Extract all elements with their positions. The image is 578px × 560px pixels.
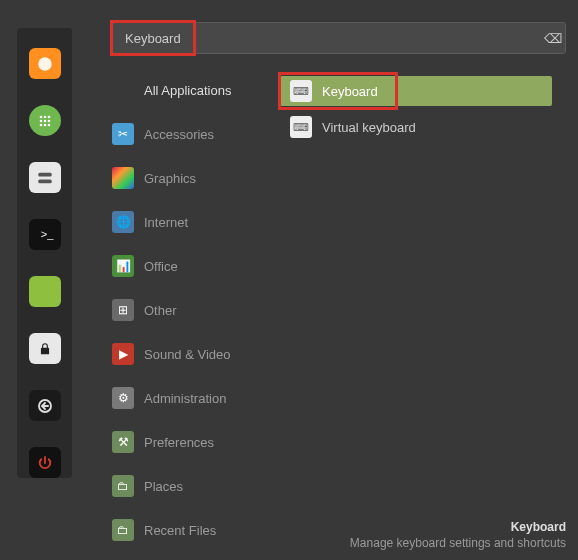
category-accessories[interactable]: ✂ Accessories — [112, 120, 280, 148]
category-label: Other — [144, 303, 177, 318]
category-office[interactable]: 📊 Office — [112, 252, 280, 280]
category-places[interactable]: 🗀 Places — [112, 472, 280, 500]
category-other[interactable]: ⊞ Other — [112, 296, 280, 324]
svg-point-4 — [39, 119, 42, 122]
apps-icon[interactable] — [29, 105, 61, 136]
keyboard-icon: ⌨ — [290, 80, 312, 102]
result-label: Virtual keyboard — [322, 120, 416, 135]
category-label: Accessories — [144, 127, 214, 142]
folder-icon: 🗀 — [112, 519, 134, 541]
clear-search-icon[interactable]: ⌫ — [544, 31, 562, 46]
folder-icon: 🗀 — [112, 475, 134, 497]
category-label: Recent Files — [144, 523, 216, 538]
svg-point-2 — [43, 115, 46, 118]
globe-icon: 🌐 — [112, 211, 134, 233]
svg-point-5 — [43, 119, 46, 122]
menu-main: ⌫ All Applications ✂ Accessories Graphic… — [112, 22, 570, 560]
menu-content: All Applications ✂ Accessories Graphics … — [112, 76, 570, 560]
category-recent-files[interactable]: 🗀 Recent Files — [112, 516, 280, 544]
search-wrap: ⌫ — [112, 22, 570, 54]
category-label: Sound & Video — [144, 347, 231, 362]
category-graphics[interactable]: Graphics — [112, 164, 280, 192]
category-sound-video[interactable]: ▶ Sound & Video — [112, 340, 280, 368]
logout-icon[interactable] — [29, 390, 61, 421]
category-label: Preferences — [144, 435, 214, 450]
result-virtual-keyboard[interactable]: ⌨ Virtual keyboard — [280, 112, 552, 142]
lock-icon[interactable] — [29, 333, 61, 364]
category-label: Graphics — [144, 171, 196, 186]
svg-point-6 — [47, 119, 50, 122]
favorites-sidebar: >_ — [17, 28, 72, 478]
category-label: All Applications — [144, 83, 231, 98]
category-label: Administration — [144, 391, 226, 406]
svg-point-1 — [39, 115, 42, 118]
tooltip-title: Keyboard — [350, 520, 566, 534]
files-icon[interactable] — [29, 162, 61, 193]
scissors-icon: ✂ — [112, 123, 134, 145]
category-all[interactable]: All Applications — [112, 76, 280, 104]
svg-point-9 — [47, 123, 50, 126]
category-label: Office — [144, 259, 178, 274]
result-keyboard[interactable]: ⌨ Keyboard — [280, 76, 552, 106]
grid-icon: ⊞ — [112, 299, 134, 321]
category-administration[interactable]: ⚙ Administration — [112, 384, 280, 412]
tooltip-description: Manage keyboard settings and shortcuts — [350, 536, 566, 550]
search-input[interactable] — [112, 22, 566, 54]
tooltip-footer: Keyboard Manage keyboard settings and sh… — [350, 520, 566, 550]
play-icon: ▶ — [112, 343, 134, 365]
gear-icon: ⚙ — [112, 387, 134, 409]
category-internet[interactable]: 🌐 Internet — [112, 208, 280, 236]
svg-point-3 — [47, 115, 50, 118]
category-preferences[interactable]: ⚒ Preferences — [112, 428, 280, 456]
terminal-icon[interactable]: >_ — [29, 219, 61, 250]
office-icon: 📊 — [112, 255, 134, 277]
graphics-icon — [112, 167, 134, 189]
category-list: All Applications ✂ Accessories Graphics … — [112, 76, 280, 560]
svg-point-0 — [38, 57, 52, 71]
svg-rect-11 — [38, 179, 52, 183]
category-label: Places — [144, 479, 183, 494]
keyboard-icon: ⌨ — [290, 116, 312, 138]
folder-icon[interactable] — [29, 276, 61, 307]
category-icon — [112, 79, 134, 101]
tools-icon: ⚒ — [112, 431, 134, 453]
svg-rect-10 — [38, 172, 52, 176]
svg-point-8 — [43, 123, 46, 126]
result-label: Keyboard — [322, 84, 378, 99]
firefox-icon[interactable] — [29, 48, 61, 79]
power-icon[interactable] — [29, 447, 61, 478]
category-label: Internet — [144, 215, 188, 230]
svg-point-7 — [39, 123, 42, 126]
results-list: ⌨ Keyboard ⌨ Virtual keyboard — [280, 76, 570, 560]
